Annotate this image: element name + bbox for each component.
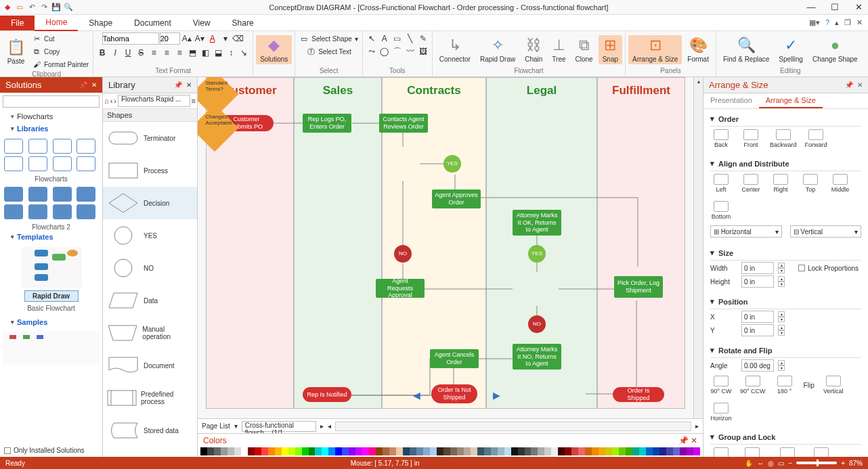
collapse-ribbon-icon[interactable]: ▴ (835, 18, 839, 27)
status-ruler-icon[interactable]: ↔ (757, 460, 764, 467)
connector-tool-icon[interactable]: ⤳ (366, 45, 378, 58)
connector-button[interactable]: ↳Connector (435, 35, 475, 64)
share-tab[interactable]: Share (221, 16, 265, 30)
color-swatch[interactable] (248, 447, 255, 455)
bring-front-button[interactable]: Front (740, 129, 762, 148)
color-swatch[interactable] (261, 447, 268, 455)
color-swatch[interactable] (498, 447, 504, 455)
grid-icon[interactable]: ▦▾ (809, 18, 820, 27)
shape-thumb[interactable] (28, 204, 47, 219)
color-swatch[interactable] (355, 447, 362, 455)
color-swatch[interactable] (632, 447, 639, 455)
libraries-tree-item[interactable]: ▾Libraries (0, 122, 102, 135)
color-swatch[interactable] (335, 447, 342, 455)
color-swatch[interactable] (605, 447, 612, 455)
color-swatch[interactable] (518, 447, 525, 455)
color-swatch[interactable] (396, 447, 403, 455)
home-tab[interactable]: Home (35, 15, 78, 31)
color-swatch[interactable] (255, 447, 261, 455)
restore-icon[interactable]: ❐ (844, 18, 851, 27)
align-dist-section[interactable]: ▾Align and Distribute (710, 156, 861, 171)
color-swatch[interactable] (282, 447, 288, 455)
format-button[interactable]: 🎨Format (683, 35, 713, 64)
color-swatch[interactable] (551, 447, 558, 455)
color-swatch[interactable] (369, 447, 376, 455)
lock-button[interactable]: Lock (810, 447, 832, 457)
flowchart-canvas[interactable]: Customer Sales Contracts Legal Fulfillme… (198, 77, 703, 418)
color-swatch[interactable] (200, 447, 207, 455)
node-pick-order[interactable]: Pick Order, Log Shipment (614, 276, 663, 298)
color-swatch[interactable] (619, 447, 626, 455)
line-spacing-icon[interactable]: ↕ (225, 47, 237, 59)
clear-format-icon[interactable]: ⌫ (232, 32, 244, 45)
select-shape-button[interactable]: ▭Select Shape ▾ (298, 32, 360, 45)
width-input[interactable]: 0 in (741, 262, 774, 274)
align-left-button[interactable]: Left (710, 174, 732, 193)
color-swatch[interactable] (504, 447, 511, 455)
color-swatch[interactable] (295, 447, 302, 455)
undo-icon[interactable]: ↶ (27, 3, 37, 12)
lib-fwd-icon[interactable]: › (114, 97, 116, 105)
color-swatch[interactable] (659, 447, 666, 455)
shape-no[interactable]: NO (103, 252, 197, 284)
redo-icon[interactable]: ↷ (39, 3, 49, 12)
page-list-combo[interactable]: Cross-functional flowch... (1/1 (242, 421, 316, 432)
color-swatch[interactable] (450, 447, 457, 455)
templates-tree-item[interactable]: ▾Templates (0, 231, 102, 243)
file-tab[interactable]: File (0, 16, 35, 30)
ungroup-button[interactable]: UnGroup (740, 447, 765, 457)
color-swatch[interactable] (241, 447, 248, 455)
paste-button[interactable]: 📋 Paste (3, 37, 29, 66)
shape-thumb[interactable] (53, 139, 72, 154)
node-agent-cancels[interactable]: Agent Cancels Order (430, 349, 479, 368)
lock-proportions-checkbox[interactable] (798, 265, 805, 271)
shape-terminator[interactable]: Terminator (103, 122, 197, 154)
shape-manual-op[interactable]: Manual operation (103, 317, 197, 349)
zoom-out-button[interactable]: − (788, 460, 792, 467)
shape-thumb[interactable] (28, 139, 47, 154)
shape-thumb[interactable] (53, 156, 72, 171)
nav-right-icon[interactable]: ▶ (493, 390, 500, 401)
color-swatch[interactable] (443, 447, 450, 455)
snap-button[interactable]: ⊞Snap (599, 35, 622, 64)
shape-tab[interactable]: Shape (78, 16, 123, 30)
color-swatch[interactable] (221, 447, 227, 455)
shape-predefined[interactable]: Predefined process (103, 382, 197, 414)
align-center-icon[interactable]: ≡ (160, 47, 173, 59)
library-combo[interactable]: Flowcharts Rapid ... (118, 95, 190, 107)
new-icon[interactable]: ▭ (15, 3, 24, 12)
color-swatch[interactable] (484, 447, 491, 455)
text-tool-icon[interactable]: A (378, 32, 391, 45)
font-name-combo[interactable] (102, 32, 159, 45)
arrange-size-tab[interactable]: Arrange & Size (759, 93, 823, 108)
shape-thumb[interactable] (77, 156, 95, 171)
font-color-icon[interactable]: A (207, 32, 219, 45)
color-swatch[interactable] (531, 447, 538, 455)
shape-thumb[interactable] (53, 187, 72, 202)
node-order-not-shipped[interactable]: Order Is Not Shipped (431, 384, 477, 403)
close-panel-icon[interactable]: ✕ (857, 81, 863, 89)
color-swatch[interactable] (599, 447, 605, 455)
pin-icon[interactable]: 📌 (174, 81, 182, 89)
align-left-icon[interactable]: ≡ (148, 47, 160, 59)
color-swatch[interactable] (477, 447, 484, 455)
node-contacts-agent[interactable]: Contacts Agent Reviews Order (379, 114, 428, 133)
ellipse-tool-icon[interactable]: ◯ (378, 45, 391, 58)
status-target-icon[interactable]: ◎ (768, 460, 774, 467)
color-swatch[interactable] (430, 447, 437, 455)
node-yes-1[interactable]: YES (443, 155, 461, 173)
color-swatch[interactable] (687, 447, 693, 455)
shape-thumb[interactable] (28, 156, 47, 171)
font-size-combo[interactable] (160, 32, 180, 45)
shape-yes[interactable]: YES (103, 219, 197, 252)
color-swatch[interactable] (571, 447, 578, 455)
color-swatch[interactable] (437, 447, 443, 455)
node-no-2[interactable]: NO (528, 315, 546, 333)
color-swatch[interactable] (471, 447, 477, 455)
group-lock-section[interactable]: ▾Group and Lock (710, 430, 861, 445)
color-swatch[interactable] (578, 447, 585, 455)
color-swatch[interactable] (423, 447, 430, 455)
color-swatch[interactable] (309, 447, 316, 455)
underline-button[interactable]: U (122, 47, 134, 59)
color-swatch[interactable] (457, 447, 464, 455)
